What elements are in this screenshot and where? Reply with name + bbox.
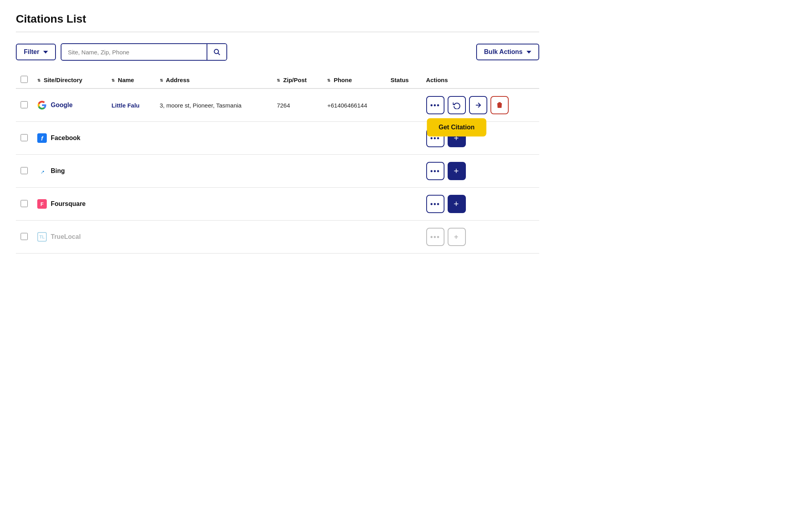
actions-td-facebook: ••• + xyxy=(421,122,539,155)
header-phone[interactable]: ⇅ Phone xyxy=(322,72,386,88)
phone-cell-google: +61406466144 xyxy=(322,88,386,122)
status-cell-bing xyxy=(386,155,421,188)
site-cell-bing: Bing xyxy=(33,155,107,188)
checkbox-cell-facebook xyxy=(16,122,33,155)
filter-label: Filter xyxy=(24,48,39,56)
more-options-icon: ••• xyxy=(430,233,440,241)
site-name-foursquare: Foursquare xyxy=(51,200,86,208)
svg-line-1 xyxy=(218,53,220,55)
citations-table: ⇅ Site/Directory ⇅ Name ⇅ Address ⇅ Zip/… xyxy=(16,72,539,254)
site-cell-foursquare: F Foursquare xyxy=(33,188,107,221)
redirect-icon xyxy=(474,101,482,109)
zip-cell-google: 7264 xyxy=(272,88,322,122)
name-cell-facebook xyxy=(107,122,155,155)
name-cell-google: Little Falu xyxy=(107,88,155,122)
add-button-facebook[interactable]: + xyxy=(448,129,466,147)
header-site[interactable]: ⇅ Site/Directory xyxy=(33,72,107,88)
actions-td-foursquare: ••• + xyxy=(421,188,539,221)
add-button-truelocal: + xyxy=(448,228,466,246)
actions-td-bing: ••• + xyxy=(421,155,539,188)
more-options-icon: ••• xyxy=(430,167,440,175)
add-button-foursquare[interactable]: + xyxy=(448,195,466,213)
actions-cell-bing: ••• + xyxy=(426,162,534,180)
add-button-bing[interactable]: + xyxy=(448,162,466,180)
trash-icon xyxy=(496,101,504,109)
more-options-button-foursquare[interactable]: ••• xyxy=(426,195,444,213)
site-name-facebook: Facebook xyxy=(51,135,80,142)
phone-cell-bing xyxy=(322,155,386,188)
plus-icon: + xyxy=(454,199,460,209)
more-options-button-bing[interactable]: ••• xyxy=(426,162,444,180)
filter-chevron-icon xyxy=(43,51,48,54)
refresh-tooltip-container: Get Citation xyxy=(448,96,466,114)
status-cell-facebook xyxy=(386,122,421,155)
search-input[interactable] xyxy=(61,45,207,60)
header-status: Status xyxy=(386,72,421,88)
phone-cell-foursquare xyxy=(322,188,386,221)
actions-cell-foursquare: ••• + xyxy=(426,195,534,213)
delete-button-google[interactable] xyxy=(490,96,509,114)
sort-arrows-phone: ⇅ xyxy=(327,79,330,83)
refresh-button-google[interactable] xyxy=(448,96,466,114)
search-button[interactable] xyxy=(207,44,226,60)
sort-arrows-name: ⇅ xyxy=(111,79,115,83)
bulk-actions-label: Bulk Actions xyxy=(484,48,523,56)
actions-cell-google: ••• Get Citation xyxy=(426,96,534,114)
more-options-button-google[interactable]: ••• xyxy=(426,96,444,114)
phone-cell-truelocal xyxy=(322,221,386,254)
checkbox-cell-foursquare xyxy=(16,188,33,221)
truelocal-icon: TL xyxy=(37,232,47,242)
actions-cell-truelocal: ••• + xyxy=(426,228,534,246)
bulk-actions-button[interactable]: Bulk Actions xyxy=(476,44,539,60)
header-name[interactable]: ⇅ Name xyxy=(107,72,155,88)
row-checkbox-foursquare[interactable] xyxy=(21,200,28,207)
site-cell-truelocal: TL TrueLocal xyxy=(33,221,107,254)
redirect-button-google[interactable] xyxy=(469,96,487,114)
checkbox-cell-bing xyxy=(16,155,33,188)
more-options-button-facebook[interactable]: ••• xyxy=(426,129,444,147)
search-wrapper xyxy=(61,43,227,61)
title-divider xyxy=(16,32,539,32)
name-cell-foursquare xyxy=(107,188,155,221)
actions-td-google: ••• Get Citation xyxy=(421,88,539,122)
sort-arrows-site: ⇅ xyxy=(37,79,40,83)
refresh-icon xyxy=(453,101,461,109)
actions-td-truelocal: ••• + xyxy=(421,221,539,254)
checkbox-cell-truelocal xyxy=(16,221,33,254)
more-options-icon: ••• xyxy=(430,101,440,110)
row-checkbox-truelocal[interactable] xyxy=(21,233,28,240)
table-header: ⇅ Site/Directory ⇅ Name ⇅ Address ⇅ Zip/… xyxy=(16,72,539,88)
site-cell-facebook: f Facebook xyxy=(33,122,107,155)
name-cell-bing xyxy=(107,155,155,188)
foursquare-icon: F xyxy=(37,199,47,209)
row-checkbox-google[interactable] xyxy=(21,101,28,108)
toolbar: Filter Bulk Actions xyxy=(16,43,539,61)
bulk-actions-chevron-icon xyxy=(527,51,531,54)
header-actions: Actions xyxy=(421,72,539,88)
svg-point-0 xyxy=(214,49,218,54)
table-body: Google Little Falu 3, moore st, Pioneer,… xyxy=(16,88,539,254)
row-checkbox-facebook[interactable] xyxy=(21,134,28,141)
filter-button[interactable]: Filter xyxy=(16,44,56,60)
more-options-icon: ••• xyxy=(430,200,440,208)
search-icon xyxy=(213,48,221,56)
select-all-checkbox[interactable] xyxy=(21,76,28,83)
header-zip[interactable]: ⇅ Zip/Post xyxy=(272,72,322,88)
checkbox-cell-google xyxy=(16,88,33,122)
google-icon xyxy=(37,100,47,110)
header-checkbox-cell xyxy=(16,72,33,88)
site-cell-google: Google xyxy=(33,88,107,122)
row-checkbox-bing[interactable] xyxy=(21,167,28,174)
table-row: TL TrueLocal ••• + xyxy=(16,221,539,254)
site-name-bing: Bing xyxy=(51,167,65,175)
bing-icon xyxy=(37,166,47,176)
sort-arrows-zip: ⇅ xyxy=(277,79,280,83)
zip-cell-bing xyxy=(272,155,322,188)
status-cell-foursquare xyxy=(386,188,421,221)
facebook-icon: f xyxy=(37,133,47,143)
plus-icon: + xyxy=(454,233,459,241)
address-cell-truelocal xyxy=(155,221,272,254)
svg-rect-3 xyxy=(498,103,501,108)
page-title: Citations List xyxy=(16,13,539,25)
header-address[interactable]: ⇅ Address xyxy=(155,72,272,88)
